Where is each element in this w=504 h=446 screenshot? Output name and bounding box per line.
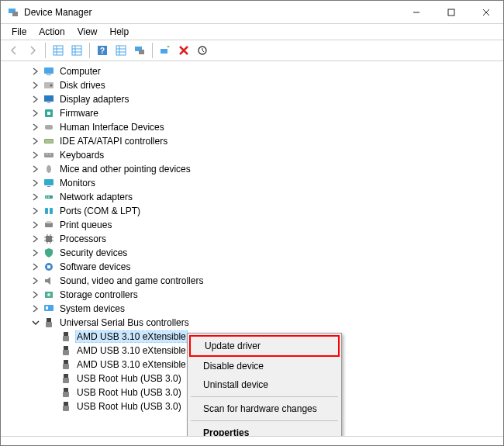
usb-icon — [60, 386, 72, 399]
context-update-driver[interactable]: Update driver — [189, 335, 340, 357]
close-button[interactable] — [468, 1, 503, 23]
tree-label: USB Root Hub (USB 3.0) — [75, 386, 183, 399]
tree-label: Computer — [58, 65, 102, 78]
menu-action[interactable]: Action — [33, 25, 71, 39]
context-uninstall-device[interactable]: Uninstall device — [189, 375, 340, 394]
context-disable-device[interactable]: Disable device — [189, 357, 340, 375]
chevron-right-icon[interactable] — [30, 206, 41, 216]
menu-bar: File Action View Help — [1, 24, 503, 40]
details-button[interactable] — [112, 42, 129, 59]
tree-row[interactable]: IDE ATA/ATAPI controllers — [2, 134, 502, 148]
tree-row[interactable]: Universal Serial Bus controllers — [2, 316, 502, 330]
toolbar-separator — [45, 43, 46, 58]
menu-file[interactable]: File — [5, 25, 33, 39]
tree-row[interactable]: Ports (COM & LPT) — [2, 204, 502, 218]
scan-hardware-button[interactable] — [157, 42, 174, 59]
monitor-icon — [43, 177, 55, 189]
tree-label: Ports (COM & LPT) — [58, 205, 142, 217]
chevron-right-icon[interactable] — [30, 247, 41, 258]
tree-row[interactable]: Keyboards — [2, 148, 502, 162]
chevron-right-icon[interactable] — [30, 108, 41, 119]
display-icon — [43, 93, 55, 105]
help-button[interactable] — [94, 42, 111, 59]
tree-label: AMD USB 3.10 eXtensible — [75, 330, 188, 343]
tree-row[interactable]: Print queues — [2, 218, 502, 232]
window-title: Device Manager — [24, 7, 399, 18]
tree-row[interactable]: Storage controllers — [2, 288, 502, 302]
chevron-right-icon[interactable] — [30, 80, 41, 91]
disk-icon — [43, 79, 55, 92]
tree-row[interactable]: Processors — [2, 232, 502, 246]
menu-help[interactable]: Help — [104, 25, 136, 39]
storage-icon — [43, 289, 55, 301]
tree-row[interactable]: Disk drives — [2, 78, 502, 92]
context-properties[interactable]: Properties — [189, 424, 340, 436]
tree-label: AMD USB 3.10 eXtensible — [75, 344, 188, 357]
device-tree[interactable]: ComputerDisk drivesDisplay adaptersFirmw… — [1, 61, 503, 436]
more-actions-button[interactable] — [194, 42, 211, 59]
context-separator — [191, 420, 338, 421]
toolbar-separator — [89, 43, 90, 58]
chevron-right-icon[interactable] — [30, 233, 41, 244]
tree-label: Mice and other pointing devices — [58, 163, 192, 175]
properties-button[interactable] — [68, 42, 85, 59]
tree-label: Monitors — [58, 177, 97, 189]
chevron-down-icon[interactable] — [30, 317, 41, 328]
back-button[interactable] — [5, 42, 22, 59]
usb-icon — [60, 358, 72, 371]
chevron-right-icon[interactable] — [30, 164, 41, 175]
chevron-right-icon[interactable] — [30, 289, 41, 300]
tree-row[interactable]: Human Interface Devices — [2, 120, 502, 134]
tree-label: Disk drives — [58, 79, 107, 92]
chevron-right-icon[interactable] — [30, 178, 41, 188]
tree-row[interactable]: Firmware — [2, 106, 502, 120]
chevron-right-icon[interactable] — [30, 261, 41, 272]
tree-row[interactable]: System devices — [2, 302, 502, 316]
maximize-button[interactable] — [433, 1, 468, 23]
remove-button[interactable] — [175, 42, 192, 59]
tree-row[interactable]: Software devices — [2, 260, 502, 274]
chevron-right-icon[interactable] — [30, 303, 41, 314]
context-scan-hardware[interactable]: Scan for hardware changes — [189, 399, 340, 418]
usb-icon — [60, 344, 72, 357]
security-icon — [43, 247, 55, 259]
devices-button[interactable] — [131, 42, 148, 59]
menu-view[interactable]: View — [71, 25, 104, 39]
mouse-icon — [43, 163, 55, 175]
tree-label: USB Root Hub (USB 3.0) — [75, 400, 183, 413]
tree-row[interactable]: Security devices — [2, 246, 502, 260]
tree-label: Software devices — [58, 261, 132, 273]
chevron-right-icon[interactable] — [30, 136, 41, 147]
tree-row[interactable]: Monitors — [2, 176, 502, 190]
tree-label: Processors — [58, 233, 108, 245]
minimize-button[interactable] — [399, 1, 433, 23]
tree-label: Universal Serial Bus controllers — [58, 316, 191, 329]
chevron-right-icon[interactable] — [30, 192, 41, 202]
chevron-right-icon[interactable] — [30, 66, 41, 77]
sound-icon — [43, 275, 55, 287]
usb-icon — [60, 330, 72, 343]
svg-rect-37 — [448, 9, 454, 16]
chevron-right-icon[interactable] — [30, 150, 41, 161]
chevron-right-icon[interactable] — [30, 122, 41, 133]
tree-row[interactable]: Computer — [2, 64, 502, 78]
tree-label: Sound, video and game controllers — [58, 275, 205, 287]
showhide-tree-button[interactable] — [50, 42, 67, 59]
chevron-right-icon[interactable] — [30, 275, 41, 286]
forward-button[interactable] — [24, 42, 41, 59]
chevron-right-icon[interactable] — [30, 94, 41, 105]
title-bar: Device Manager — [1, 1, 503, 24]
tree-label: Network adapters — [58, 191, 134, 203]
tree-label: Human Interface Devices — [58, 121, 166, 133]
tree-row[interactable]: Network adapters — [2, 190, 502, 204]
keyboard-icon — [43, 149, 55, 161]
context-menu: Update driver Disable device Uninstall d… — [187, 333, 342, 436]
network-icon — [43, 191, 55, 203]
tree-label: System devices — [58, 303, 126, 315]
tree-label: Keyboards — [58, 149, 105, 161]
tree-row[interactable]: Mice and other pointing devices — [2, 162, 502, 176]
tree-row[interactable]: Sound, video and game controllers — [2, 274, 502, 288]
tree-row[interactable]: Display adapters — [2, 92, 502, 106]
chevron-right-icon[interactable] — [30, 220, 41, 230]
usb-icon — [60, 400, 72, 413]
